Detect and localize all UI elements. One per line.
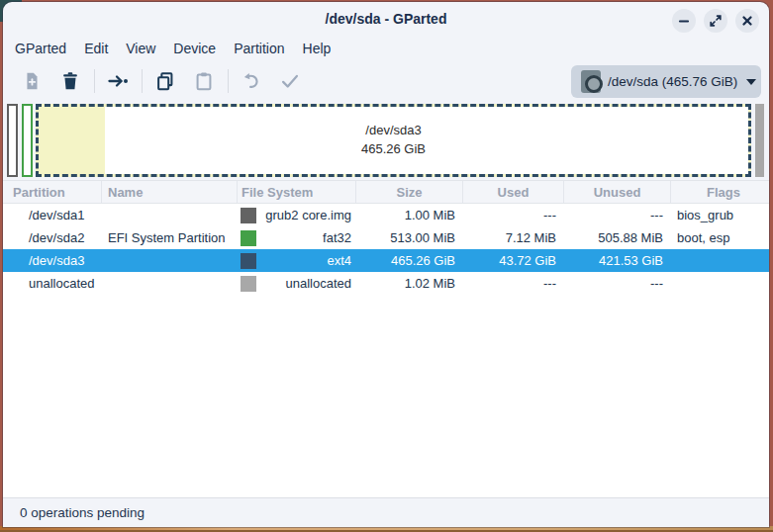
table-empty-area [3, 295, 769, 497]
partition-label-device: /dev/sda3 [365, 122, 421, 140]
partition-table: Partition Name File System Size Used Unu… [3, 180, 769, 497]
table-row-sda1[interactable]: /dev/sda1 grub2 core.img 1.00 MiB --- --… [3, 204, 769, 226]
close-button[interactable] [735, 9, 759, 33]
disk-visual-bar: /dev/sda3 465.26 GiB [3, 101, 769, 180]
filesystem-color-swatch [241, 208, 256, 223]
column-header-size: Size [356, 181, 463, 203]
cell-partition: /dev/sda3 [3, 249, 102, 272]
cell-unused: --- [564, 272, 671, 295]
cell-used: --- [463, 272, 564, 295]
menu-view[interactable]: View [117, 38, 164, 59]
partition-label-size: 465.26 GiB [361, 140, 426, 159]
window-title: /dev/sda - GParted [3, 2, 769, 36]
filesystem-color-swatch [241, 230, 256, 246]
cell-used: 7.12 MiB [463, 226, 564, 249]
menu-help[interactable]: Help [294, 38, 340, 59]
cell-filesystem: unallocated [238, 272, 356, 295]
toolbar-separator [94, 69, 95, 93]
toolbar-separator [142, 69, 143, 93]
column-header-partition: Partition [3, 181, 102, 203]
filesystem-color-swatch [241, 253, 256, 269]
cell-size: 1.02 MiB [356, 272, 463, 295]
statusbar: 0 operations pending [3, 497, 769, 527]
cell-flags [671, 272, 769, 295]
cell-used: 43.72 GiB [463, 249, 564, 272]
titlebar[interactable]: /dev/sda - GParted [3, 2, 769, 36]
cell-partition: unallocated [3, 272, 102, 295]
menubar: GParted Edit View Device Partition Help [3, 36, 769, 61]
toolbar-separator [228, 69, 229, 93]
paste-partition-button[interactable] [189, 66, 219, 96]
new-partition-button[interactable] [17, 66, 47, 96]
delete-partition-button[interactable] [55, 66, 85, 96]
filesystem-label: grub2 core.img [265, 204, 351, 226]
cell-filesystem: fat32 [238, 226, 356, 249]
column-header-unused: Unused [564, 181, 671, 203]
undo-icon [241, 70, 262, 92]
cell-size: 465.26 GiB [356, 249, 463, 272]
menu-partition[interactable]: Partition [225, 38, 293, 59]
cell-name [102, 249, 238, 272]
menu-edit[interactable]: Edit [75, 38, 117, 59]
maximize-icon [710, 15, 722, 27]
partition-box-sda2[interactable] [22, 104, 33, 177]
menu-device[interactable]: Device [164, 38, 225, 59]
partition-box-sda1[interactable] [7, 104, 18, 177]
cell-size: 1.00 MiB [356, 204, 463, 226]
close-icon [741, 15, 753, 27]
paste-partition-icon [193, 70, 215, 92]
cell-filesystem: ext4 [238, 249, 356, 272]
filesystem-label: fat32 [323, 226, 351, 249]
table-row-unallocated[interactable]: unallocated unallocated 1.02 MiB --- --- [3, 272, 769, 295]
minimize-icon [678, 15, 690, 27]
column-header-filesystem: File System [238, 181, 356, 203]
cell-size: 513.00 MiB [356, 226, 463, 249]
column-header-used: Used [463, 181, 564, 203]
table-header: Partition Name File System Size Used Unu… [3, 180, 769, 204]
device-selector-label: /dev/sda (465.76 GiB) [608, 74, 737, 89]
copy-partition-button[interactable] [150, 66, 180, 96]
cell-unused: 421.53 GiB [564, 249, 671, 272]
table-row-sda3-selected[interactable]: /dev/sda3 ext4 465.26 GiB 43.72 GiB 421.… [3, 249, 769, 272]
column-header-flags: Flags [671, 181, 769, 203]
cell-name: EFI System Partition [102, 226, 238, 249]
cell-used: --- [463, 204, 564, 226]
partition-box-unallocated[interactable] [755, 104, 764, 177]
resize-move-button[interactable] [103, 66, 133, 96]
table-row-sda2[interactable]: /dev/sda2 EFI System Partition fat32 513… [3, 226, 769, 249]
cell-flags [671, 249, 769, 272]
cell-unused: --- [564, 204, 671, 226]
copy-partition-icon [154, 70, 176, 92]
maximize-button[interactable] [704, 9, 727, 33]
device-selector[interactable]: /dev/sda (465.76 GiB) [571, 65, 761, 98]
menu-gparted[interactable]: GParted [6, 38, 75, 59]
filesystem-color-swatch [241, 276, 256, 292]
new-partition-icon [21, 70, 43, 92]
partition-label: /dev/sda3 465.26 GiB [39, 107, 748, 174]
cell-name [102, 204, 238, 226]
gparted-window: /dev/sda - GParted [3, 2, 769, 527]
minimize-button[interactable] [672, 9, 696, 33]
window-controls [672, 9, 759, 33]
cell-name [102, 272, 238, 295]
cell-filesystem: grub2 core.img [238, 204, 356, 226]
cell-partition: /dev/sda2 [3, 226, 102, 249]
hard-drive-icon [581, 70, 601, 93]
filesystem-label: unallocated [286, 272, 352, 295]
filesystem-label: ext4 [327, 249, 351, 272]
pending-operations-text: 0 operations pending [20, 505, 145, 520]
cell-partition: /dev/sda1 [3, 204, 102, 226]
cell-flags: bios_grub [671, 204, 769, 226]
apply-operations-icon [279, 70, 301, 92]
toolbar: /dev/sda (465.76 GiB) [3, 61, 769, 101]
cell-flags: boot, esp [671, 226, 769, 249]
undo-button[interactable] [237, 66, 266, 96]
column-header-name: Name [102, 181, 238, 203]
delete-partition-icon [59, 70, 81, 92]
resize-move-icon [106, 69, 130, 93]
partition-box-sda3-selected[interactable]: /dev/sda3 465.26 GiB [36, 104, 751, 177]
apply-operations-button[interactable] [275, 66, 305, 96]
chevron-down-icon [746, 79, 756, 85]
cell-unused: 505.88 MiB [564, 226, 671, 249]
